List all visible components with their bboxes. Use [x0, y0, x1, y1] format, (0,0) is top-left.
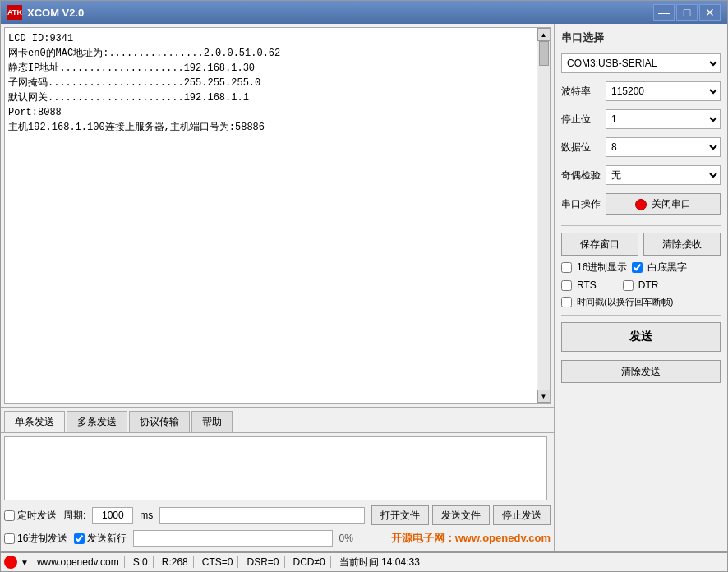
- divider-2: [561, 315, 721, 316]
- clear-recv-button[interactable]: 清除接收: [643, 233, 721, 256]
- time-break-checkbox[interactable]: [561, 297, 572, 307]
- save-window-button[interactable]: 保存窗口: [561, 233, 638, 256]
- tab-多条发送[interactable]: 多条发送: [67, 411, 127, 432]
- app-icon: ATK: [7, 5, 22, 20]
- send-area: [4, 436, 551, 502]
- tabs-bar: 单条发送多条发送协议传输帮助: [1, 407, 554, 432]
- send-options: 定时发送 周期: ms 打开文件 发送文件 停止发送: [4, 502, 551, 527]
- stopbit-label: 停止位: [561, 113, 601, 127]
- window-controls: — □ ✕: [653, 4, 721, 21]
- databit-select[interactable]: 8: [606, 137, 721, 157]
- tab-单条发送[interactable]: 单条发送: [4, 411, 65, 433]
- send-options-2: 16进制发送 发送新行 0% 开源电子网：www.openedv.com: [4, 527, 551, 548]
- website-label: 开源电子网：www.openedv.com: [360, 531, 551, 546]
- send-panel: 定时发送 周期: ms 打开文件 发送文件 停止发送 16进制发送: [1, 432, 554, 551]
- main-window: ATK XCOM V2.0 — □ ✕ LCD ID:9341 网卡en0的MA…: [0, 0, 728, 572]
- ms-label: ms: [140, 510, 153, 521]
- tab-帮助[interactable]: 帮助: [191, 411, 233, 432]
- databit-row: 数据位 8: [561, 137, 721, 157]
- stop-send-button[interactable]: 停止发送: [493, 505, 551, 525]
- time-break-row: 时间戳(以换行回车断帧): [561, 296, 721, 308]
- status-arrow[interactable]: ▼: [21, 558, 29, 567]
- open-file-button[interactable]: 打开文件: [371, 505, 429, 525]
- status-s-value: S:0: [128, 556, 154, 568]
- close-button[interactable]: ✕: [699, 4, 721, 21]
- save-clear-row: 保存窗口 清除接收: [561, 233, 721, 256]
- status-bar: ▼ www.openedv.com S:0 R:268 CTS=0 DSR=0 …: [1, 551, 727, 571]
- send-file-button[interactable]: 发送文件: [432, 505, 490, 525]
- parity-select[interactable]: 无: [606, 165, 721, 185]
- timed-send-label: 定时发送: [4, 509, 57, 523]
- hex-send-checkbox[interactable]: [4, 533, 15, 544]
- hex-input[interactable]: [159, 507, 365, 524]
- file-buttons: 打开文件 发送文件 停止发送: [371, 505, 551, 525]
- status-dsr: DSR=0: [242, 556, 284, 568]
- status-r-value: R:268: [157, 556, 194, 568]
- progress-label: 0%: [339, 533, 353, 544]
- right-panel: 串口选择 COM3:USB-SERIAL 波特率 115200 停止位 1 数: [555, 24, 727, 551]
- clear-send-button[interactable]: 清除发送: [561, 360, 721, 383]
- send-button[interactable]: 发送: [561, 322, 721, 352]
- stopbit-select[interactable]: 1: [606, 109, 721, 129]
- receive-scrollbar: ▲ ▼: [537, 28, 550, 403]
- send-newline-label: 发送新行: [74, 532, 127, 546]
- period-input[interactable]: [92, 507, 133, 524]
- minimize-button[interactable]: —: [653, 4, 675, 21]
- send-textarea[interactable]: [4, 436, 547, 501]
- status-cts: CTS=0: [197, 556, 239, 568]
- port-select[interactable]: COM3:USB-SERIAL: [561, 53, 721, 73]
- window-title: XCOM V2.0: [27, 7, 653, 19]
- tab-协议传输[interactable]: 协议传输: [129, 411, 190, 432]
- status-dcd: DCD≠0: [288, 556, 331, 568]
- send-newline-checkbox[interactable]: [74, 533, 85, 544]
- port-operation-row: 串口操作 关闭串口: [561, 193, 721, 215]
- close-port-button[interactable]: 关闭串口: [606, 193, 721, 215]
- receive-area: LCD ID:9341 网卡en0的MAC地址为:...............…: [4, 27, 551, 404]
- main-content: LCD ID:9341 网卡en0的MAC地址为:...............…: [1, 24, 727, 551]
- baudrate-row: 波特率 115200: [561, 81, 721, 101]
- title-bar: ATK XCOM V2.0 — □ ✕: [1, 1, 727, 24]
- scroll-up-button[interactable]: ▲: [537, 28, 551, 41]
- scroll-down-button[interactable]: ▼: [537, 390, 551, 403]
- white-bg-checkbox[interactable]: [632, 262, 643, 273]
- left-panel: LCD ID:9341 网卡en0的MAC地址为:...............…: [1, 24, 555, 551]
- hex-display-checkbox[interactable]: [561, 262, 572, 273]
- databit-label: 数据位: [561, 141, 601, 155]
- baudrate-select[interactable]: 115200: [606, 81, 721, 101]
- status-icon: [4, 556, 17, 569]
- hex-input-2[interactable]: [133, 530, 332, 547]
- port-op-label: 串口操作: [561, 197, 601, 211]
- baudrate-label: 波特率: [561, 85, 601, 99]
- parity-label: 奇偶检验: [561, 168, 601, 182]
- hex-send-label: 16进制发送: [4, 532, 67, 546]
- section-title: 串口选择: [561, 30, 721, 45]
- parity-row: 奇偶检验 无: [561, 165, 721, 185]
- status-time: 当前时间 14:04:33: [334, 556, 425, 570]
- divider-1: [561, 225, 721, 226]
- port-row: COM3:USB-SERIAL: [561, 53, 721, 73]
- stopbit-row: 停止位 1: [561, 109, 721, 129]
- hex-display-row: 16进制显示 白底黑字: [561, 261, 721, 274]
- status-url: www.openedv.com: [32, 556, 125, 568]
- scroll-thumb[interactable]: [539, 41, 549, 66]
- scroll-track: [538, 41, 550, 390]
- red-circle-icon: [635, 199, 647, 210]
- rts-dtr-row: RTS DTR: [561, 279, 721, 291]
- rts-checkbox[interactable]: [561, 280, 572, 291]
- timed-send-checkbox[interactable]: [4, 510, 15, 521]
- dtr-checkbox[interactable]: [623, 280, 634, 291]
- maximize-button[interactable]: □: [676, 4, 698, 21]
- receive-text: LCD ID:9341 网卡en0的MAC地址为:...............…: [5, 28, 550, 138]
